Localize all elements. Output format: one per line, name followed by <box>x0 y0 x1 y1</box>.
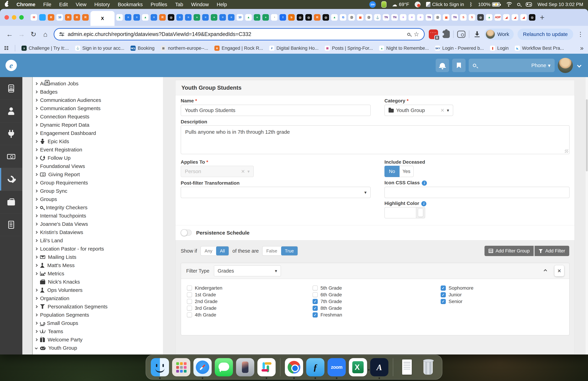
menu-app-name[interactable]: Chrome <box>17 2 35 7</box>
tree-item[interactable]: Giving Report <box>33 170 163 179</box>
control-center-icon[interactable] <box>526 2 532 6</box>
icon-css-input[interactable] <box>384 187 570 198</box>
pinned-tab[interactable]: ◎ <box>167 14 175 21</box>
bookmark-item[interactable]: XChallenge | Try It:... <box>21 45 69 51</box>
checkbox[interactable]: ✓ <box>187 286 192 291</box>
dock-app-icon[interactable] <box>236 358 254 376</box>
grade-checkbox-row[interactable]: ✓Freshman <box>313 312 342 317</box>
tree-chevron-icon[interactable] <box>35 289 38 292</box>
grade-checkbox-row[interactable]: ✓7th Grade <box>313 299 342 304</box>
tree-chevron-icon[interactable] <box>35 338 38 341</box>
grade-checkbox-row[interactable]: ✓Kindergarten <box>187 286 222 291</box>
sign-in-status[interactable]: Click to Sign in <box>426 2 464 7</box>
pinned-tab[interactable]: R <box>81 14 90 21</box>
tree-chevron-icon[interactable] <box>35 181 38 184</box>
bookmark-star-icon[interactable]: ☆ <box>414 31 419 38</box>
deceased-yes-button[interactable]: Yes <box>399 166 414 177</box>
true-option-selected[interactable]: True <box>281 247 298 255</box>
persistence-toggle[interactable] <box>181 229 192 236</box>
menu-file[interactable]: File <box>43 2 51 7</box>
pinned-tab[interactable]: ▦ <box>356 14 364 21</box>
menu-view[interactable]: View <box>76 2 86 7</box>
tree-item[interactable]: Population Segments <box>33 311 163 319</box>
pinned-tab[interactable]: + <box>253 14 261 21</box>
tree-chevron-icon[interactable] <box>35 124 38 127</box>
checkbox[interactable]: ✓ <box>187 312 192 317</box>
tree-chevron-icon[interactable] <box>35 140 38 143</box>
tree-item[interactable]: Mailing Lists <box>33 253 163 261</box>
tree-item[interactable]: Communication Audiences <box>33 96 163 104</box>
checkbox[interactable]: ✓ <box>441 299 446 304</box>
bookmark-item[interactable]: ❚Login <box>490 45 508 51</box>
app-logo[interactable]: e <box>5 60 17 71</box>
checkbox[interactable]: ✓ <box>313 306 318 311</box>
pinned-tab[interactable]: ≡ <box>218 14 227 21</box>
pinned-tab[interactable]: Ⓑ <box>364 14 373 21</box>
pinned-tab[interactable]: M <box>30 14 38 21</box>
bookmark-item[interactable]: NCLBooking <box>130 45 155 51</box>
dock-app-icon[interactable] <box>419 358 437 376</box>
tree-chevron-icon[interactable] <box>35 239 38 242</box>
dock-app-icon[interactable]: ƒ <box>306 358 324 376</box>
pinned-tab[interactable]: ◢ <box>519 14 528 21</box>
pinned-tab[interactable]: 10 <box>55 14 64 21</box>
pinned-tab[interactable]: 10 <box>235 14 244 21</box>
menu-history[interactable]: History <box>94 2 110 7</box>
green-app-icon[interactable] <box>381 1 386 8</box>
bookmarks-overflow-icon[interactable]: » <box>580 45 584 52</box>
all-option-selected[interactable]: All <box>216 247 229 255</box>
dock-app-icon[interactable]: X <box>349 358 367 376</box>
close-window-button[interactable] <box>4 15 9 20</box>
pinned-tab[interactable]: ≡ <box>416 14 425 21</box>
forward-button[interactable]: → <box>16 30 26 38</box>
tree-item[interactable]: Engagement Dashboard <box>33 129 163 137</box>
tree-item[interactable]: Automation Jobs <box>33 80 163 88</box>
menu-profiles[interactable]: Profiles <box>151 2 167 7</box>
bookmark-item[interactable]: FDigital Banking Ho... <box>269 45 319 51</box>
tree-item[interactable]: Joanne's Data Views <box>33 220 163 228</box>
tree-chevron-icon[interactable] <box>35 247 38 250</box>
tree-chevron-icon[interactable] <box>35 330 38 333</box>
pinned-tab[interactable]: ◎ <box>528 14 536 21</box>
tree-chevron-icon[interactable] <box>35 256 38 259</box>
checkbox[interactable]: ✓ <box>313 292 318 297</box>
dock-app-icon[interactable] <box>151 358 169 376</box>
pinned-tab[interactable]: b <box>287 14 296 21</box>
tree-item[interactable]: Ops Volunteers <box>33 286 163 294</box>
app-search-input[interactable]: Phone▾ <box>469 59 555 72</box>
pinned-tab[interactable]: TN <box>450 14 459 21</box>
bookmark-item[interactable]: ⚓Sign in to your acc... <box>75 45 125 51</box>
applies-to-select[interactable]: Person ✕ ▾ <box>181 166 254 177</box>
weather-status[interactable]: ☁69°F <box>392 1 409 8</box>
pinned-tab[interactable]: R <box>158 14 167 21</box>
tree-chevron-icon[interactable] <box>35 198 38 201</box>
dock-app-icon[interactable] <box>172 358 190 376</box>
rail-item-finance[interactable] <box>0 145 22 168</box>
bookmark-item[interactable]: ▦northern-europe--... <box>161 45 208 51</box>
checkbox[interactable]: ✓ <box>313 312 318 317</box>
rail-item-work[interactable] <box>0 191 22 213</box>
pinned-tab[interactable]: ≡ <box>227 14 235 21</box>
zoom-menubar-icon[interactable]: zm <box>369 1 376 8</box>
tree-item[interactable]: Badges <box>33 88 163 96</box>
tree-chevron-icon[interactable] <box>35 115 38 118</box>
pinned-tab[interactable]: ▲ <box>330 14 339 21</box>
bookmark-item[interactable]: ▲Night to Remembe... <box>379 45 429 51</box>
info-icon[interactable]: i <box>422 180 427 186</box>
pinned-tab[interactable]: + <box>192 14 201 21</box>
menu-window[interactable]: Window <box>191 2 209 7</box>
checkbox[interactable]: ✓ <box>441 292 446 297</box>
pinned-tab[interactable]: ◢ <box>502 14 511 21</box>
pinned-tab[interactable]: ≡ <box>184 14 192 21</box>
pinned-tab[interactable] <box>38 14 47 21</box>
tab-search-icon[interactable] <box>457 31 465 38</box>
wifi-icon[interactable] <box>505 2 512 7</box>
grade-checkbox-row[interactable]: ✓Senior <box>441 299 474 304</box>
zoom-page-icon[interactable] <box>407 33 410 36</box>
extensions-puzzle-icon[interactable] <box>442 30 450 38</box>
highlight-color-picker-button[interactable] <box>416 207 425 218</box>
tree-chevron-icon[interactable] <box>35 322 38 325</box>
pinned-tab[interactable]: R <box>47 14 55 21</box>
any-option[interactable]: Any <box>201 247 216 255</box>
dock-app-icon[interactable] <box>257 358 276 376</box>
